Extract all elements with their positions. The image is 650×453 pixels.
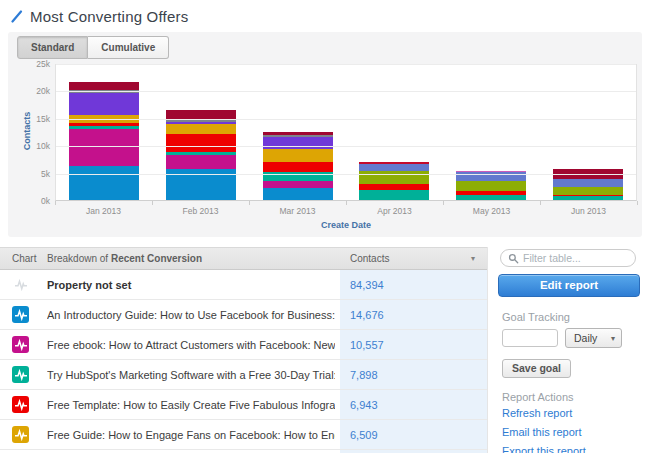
pulse-chart-icon: [12, 336, 29, 353]
table-body: Property not set84,394An Introductory Gu…: [0, 270, 487, 450]
table-row[interactable]: Free Template: How to Easily Create Five…: [0, 390, 487, 420]
column-header-breakdown: Breakdown of Recent Conversion: [47, 248, 202, 270]
breakdown-prefix: Breakdown of: [47, 253, 108, 264]
x-axis-tick: [637, 201, 638, 205]
bar-segment[interactable]: [263, 149, 333, 162]
table-row[interactable]: Free Guide: How to Engage Fans on Facebo…: [0, 420, 487, 450]
stacked-bar-jan-2013[interactable]: [69, 82, 139, 200]
bar-slot: [443, 65, 540, 200]
y-tick-label: 0k: [10, 196, 50, 206]
x-axis-tick: [346, 201, 347, 205]
y-tick-label: 15k: [10, 114, 50, 124]
frequency-select[interactable]: Daily ▾: [565, 328, 622, 348]
pulse-chart-icon: [12, 276, 29, 293]
goal-value-input[interactable]: [502, 329, 558, 347]
bar-slot: [56, 65, 153, 200]
bar-segment[interactable]: [553, 187, 623, 196]
x-axis-tick: [443, 201, 444, 205]
chart-card: Standard Cumulative Contacts 0k5k10k15k2…: [8, 32, 642, 237]
table-header: Chart Breakdown of Recent Conversion Con…: [0, 247, 487, 270]
tab-cumulative[interactable]: Cumulative: [88, 36, 169, 59]
gridline: [56, 119, 636, 120]
offer-label: Free Template: How to Easily Create Five…: [47, 390, 335, 420]
plot-area: [55, 64, 637, 201]
column-header-contacts: Contacts: [350, 248, 389, 270]
stacked-bar-mar-2013[interactable]: [263, 132, 333, 200]
contacts-value: 7,898: [340, 360, 487, 389]
chevron-down-icon: ▾: [611, 330, 615, 348]
x-axis-title: Create Date: [55, 220, 637, 230]
table-row[interactable]: Property not set84,394: [0, 270, 487, 300]
bar-segment[interactable]: [456, 181, 526, 191]
offer-label: Free ebook: How to Attract Customers wit…: [47, 330, 335, 360]
frequency-value: Daily: [574, 332, 597, 344]
bar-segment[interactable]: [263, 137, 333, 149]
bar-segment[interactable]: [359, 190, 429, 200]
breakdown-table: Chart Breakdown of Recent Conversion Con…: [0, 247, 488, 453]
y-tick-label: 5k: [10, 169, 50, 179]
table-row[interactable]: Free ebook: How to Attract Customers wit…: [0, 330, 487, 360]
y-tick-label: 20k: [10, 86, 50, 96]
bar-slot: [346, 65, 443, 200]
bar-segment[interactable]: [553, 179, 623, 187]
table-row[interactable]: An Introductory Guide: How to Use Facebo…: [0, 300, 487, 330]
column-header-chart: Chart: [12, 248, 36, 270]
pulse-chart-icon: [12, 306, 29, 323]
y-tick-label: 25k: [10, 59, 50, 69]
sort-caret-icon[interactable]: ▾: [471, 248, 475, 270]
refresh-report-link[interactable]: Refresh report: [502, 407, 586, 419]
filter-table-box: [500, 249, 636, 267]
x-axis-tick: [249, 201, 250, 205]
stacked-bar-may-2013[interactable]: [456, 171, 526, 200]
x-axis-labels: Jan 2013Feb 2013Mar 2013Apr 2013May 2013…: [55, 206, 637, 216]
bar-segment[interactable]: [166, 155, 236, 169]
gridline: [56, 146, 636, 147]
export-this-report-link[interactable]: Export this report: [502, 445, 586, 453]
report-action-links: Refresh reportEmail this reportExport th…: [502, 407, 586, 453]
stacked-bar-feb-2013[interactable]: [166, 110, 236, 200]
save-goal-button[interactable]: Save goal: [502, 359, 571, 378]
offer-label: Free Guide: How to Engage Fans on Facebo…: [47, 420, 335, 450]
bar-segment[interactable]: [166, 134, 236, 152]
bars-container: [56, 65, 636, 200]
page-header: Most Converting Offers: [10, 8, 188, 25]
x-tick-label: May 2013: [443, 206, 540, 216]
offer-label: Property not set: [47, 270, 335, 300]
x-tick-label: Jan 2013: [55, 206, 152, 216]
bar-segment[interactable]: [359, 164, 429, 171]
bar-segment[interactable]: [263, 181, 333, 188]
bar-segment[interactable]: [69, 93, 139, 114]
gridline: [56, 174, 636, 175]
bar-segment[interactable]: [456, 195, 526, 200]
bar-segment[interactable]: [263, 188, 333, 200]
search-icon: [508, 253, 519, 264]
bar-segment[interactable]: [553, 196, 623, 200]
page-title: Most Converting Offers: [30, 8, 188, 25]
stacked-bar-apr-2013[interactable]: [359, 162, 429, 200]
contacts-value: 10,557: [340, 330, 487, 359]
bar-segment[interactable]: [166, 124, 236, 134]
edit-pencil-icon[interactable]: [10, 10, 23, 23]
x-axis-tick: [55, 201, 56, 205]
filter-table-input[interactable]: [523, 252, 623, 264]
edit-report-button[interactable]: Edit report: [498, 274, 640, 297]
breakdown-property: Recent Conversion: [111, 253, 202, 264]
offer-label: Try HubSpot's Marketing Software with a …: [47, 360, 335, 390]
x-axis-tick: [152, 201, 153, 205]
email-this-report-link[interactable]: Email this report: [502, 426, 586, 438]
report-side-panel: Edit report Goal Tracking Daily ▾ Save g…: [498, 247, 642, 453]
tab-standard[interactable]: Standard: [17, 36, 88, 59]
x-tick-label: Apr 2013: [346, 206, 443, 216]
report-page: Most Converting Offers Standard Cumulati…: [0, 0, 650, 453]
gridline: [56, 91, 636, 92]
bar-segment[interactable]: [69, 166, 139, 200]
bar-segment[interactable]: [69, 129, 139, 166]
y-tick-label: 10k: [10, 141, 50, 151]
bar-segment[interactable]: [69, 82, 139, 90]
bar-segment[interactable]: [263, 162, 333, 173]
bar-slot: [249, 65, 346, 200]
contacts-value: 84,394: [340, 270, 487, 299]
contacts-value: 14,676: [340, 300, 487, 329]
x-axis-tick: [540, 201, 541, 205]
table-row[interactable]: Try HubSpot's Marketing Software with a …: [0, 360, 487, 390]
